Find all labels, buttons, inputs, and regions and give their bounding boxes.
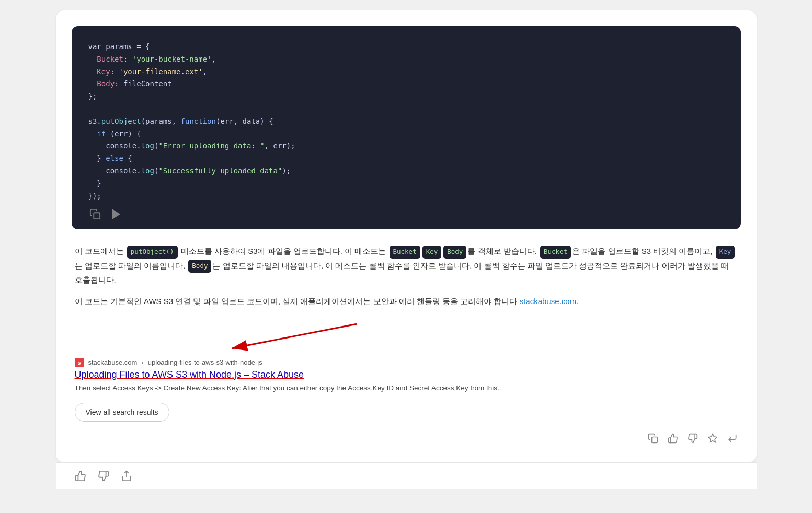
svg-marker-1 [112, 210, 119, 219]
run-code-button[interactable] [110, 208, 122, 220]
main-card: var params = { Bucket: 'your-bucket-name… [56, 10, 757, 462]
thumbs-up-action-icon[interactable] [668, 433, 678, 444]
result-path: uploading-files-to-aws-s3-with-node-js [148, 358, 262, 366]
badge-key: Key [422, 246, 442, 259]
enter-action-icon[interactable] [727, 433, 738, 444]
result-snippet: Then select Access Keys -> Create New Ac… [75, 383, 738, 393]
badge-bucket: Bucket [390, 246, 420, 259]
body-paragraph-2: 이 코드는 기본적인 AWS S3 연결 및 파일 업로드 코드이며, 실제 애… [56, 294, 757, 308]
result-favicon: s [75, 358, 84, 367]
section-divider [75, 318, 738, 318]
bottom-action-icons [56, 427, 757, 447]
bottom-thumbs-down-icon[interactable] [98, 470, 109, 482]
badge-body: Body [443, 246, 466, 259]
copy-action-icon[interactable] [648, 433, 658, 444]
badge-bucket2: Bucket [540, 246, 571, 259]
page-wrapper: var params = { Bucket: 'your-bucket-name… [0, 0, 812, 513]
svg-rect-0 [94, 213, 100, 219]
view-all-results-button[interactable]: View all search results [75, 403, 169, 422]
result-separator: › [141, 358, 143, 366]
svg-line-3 [232, 324, 357, 348]
thumbs-down-action-icon[interactable] [688, 433, 698, 444]
code-block-wrapper: var params = { Bucket: 'your-bucket-name… [72, 26, 741, 229]
badge-key2: Key [716, 246, 735, 259]
arrow-annotation [75, 327, 738, 358]
code-block: var params = { Bucket: 'your-bucket-name… [88, 41, 724, 202]
body-paragraph-1: 이 코드에서는 putObject() 메소드를 사용하여 S3에 파일을 업로… [56, 244, 757, 287]
star-action-icon[interactable] [707, 433, 718, 444]
bottom-thumbs-up-icon[interactable] [75, 470, 86, 482]
code-actions [88, 208, 724, 220]
source-link[interactable]: stackabuse.com [520, 297, 576, 306]
result-domain: stackabuse.com [88, 358, 138, 366]
copy-code-button[interactable] [89, 208, 101, 220]
bottom-bar [56, 462, 757, 489]
search-result-card: s stackabuse.com › uploading-files-to-aw… [56, 358, 757, 393]
result-title-link[interactable]: Uploading Files to AWS S3 with Node.js –… [75, 369, 738, 380]
badge-putobject: putObject() [127, 246, 178, 259]
badge-body2: Body [188, 260, 211, 273]
svg-rect-4 [651, 437, 657, 443]
bottom-share-icon[interactable] [121, 470, 132, 482]
result-source-row: s stackabuse.com › uploading-files-to-aw… [75, 358, 738, 367]
svg-marker-5 [708, 434, 717, 442]
